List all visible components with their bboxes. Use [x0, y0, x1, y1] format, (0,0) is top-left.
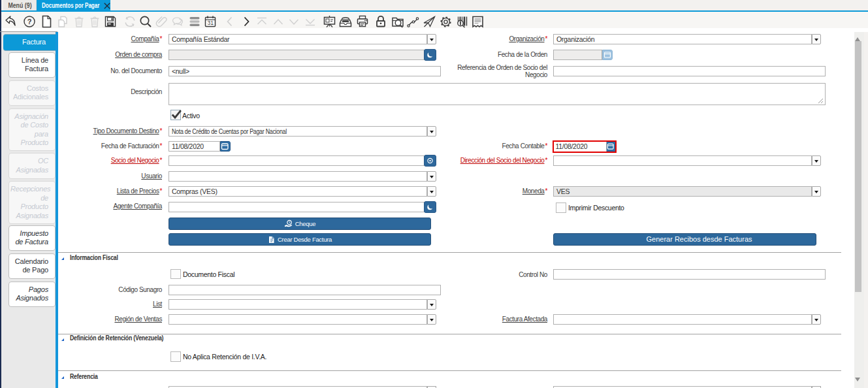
svg-text:31: 31 [207, 20, 214, 26]
svg-text:?: ? [27, 18, 32, 25]
